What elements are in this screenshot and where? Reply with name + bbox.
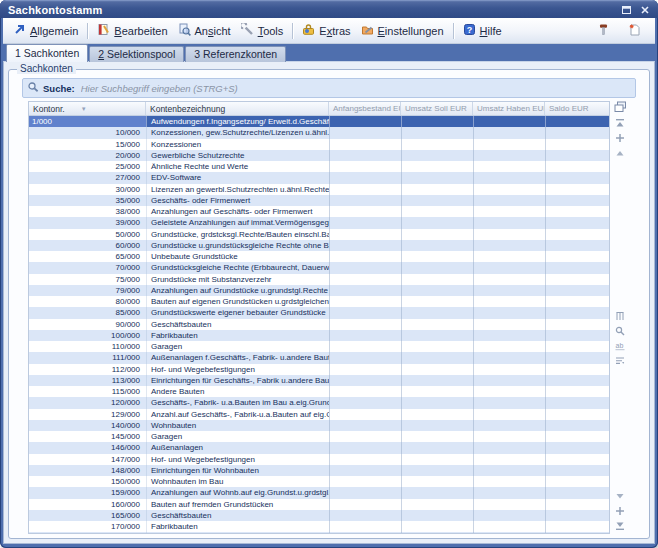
- table-row[interactable]: 170/000 Fabrikbauten: [29, 521, 609, 532]
- table-row[interactable]: 85/000 Grundstückswerte eigener bebauter…: [29, 307, 609, 318]
- table-row[interactable]: 110/000 Garagen: [29, 341, 609, 352]
- restore-button[interactable]: [619, 3, 634, 16]
- anfangsbestand-cell: [329, 510, 401, 521]
- row-insert-button[interactable]: [614, 131, 627, 144]
- umsatz-soll-cell: [401, 229, 473, 240]
- scroll-to-top-button[interactable]: [614, 116, 627, 129]
- table-row[interactable]: 60/000 Grundstücke u.grundstücksgleiche …: [29, 240, 609, 251]
- umsatz-soll-cell: [401, 161, 473, 172]
- table-row[interactable]: 65/000 Unbebaute Grundstücke: [29, 251, 609, 262]
- table-row[interactable]: 160/000 Bauten auf fremden Grundstücken: [29, 499, 609, 510]
- table-row[interactable]: 113/000 Einrichtungen für Geschäfts-, Fa…: [29, 375, 609, 386]
- table-row[interactable]: 27/000 EDV-Software: [29, 172, 609, 183]
- font-size-button[interactable]: ab: [614, 339, 627, 352]
- table-row[interactable]: 80/000 Bauten auf eigenen Grundstücken u…: [29, 296, 609, 307]
- table-row[interactable]: 20/000 Gewerbliche Schutzrechte: [29, 150, 609, 161]
- menu-label: Bearbeiten: [114, 25, 167, 37]
- hammer-toolbar-button[interactable]: [592, 21, 615, 40]
- table-row[interactable]: 120/000 Geschäfts-, Fabrik- u.a.Bauten i…: [29, 397, 609, 408]
- table-row[interactable]: 100/000 Fabrikbauten: [29, 330, 609, 341]
- table-row[interactable]: 148/000 Einrichtungen für Wohnbauten: [29, 465, 609, 476]
- table-row[interactable]: 146/000 Außenanlagen: [29, 442, 609, 453]
- anfangsbestand-cell: [329, 476, 401, 487]
- menu-item-extras[interactable]: Extras: [297, 21, 355, 40]
- anfangsbestand-cell: [329, 307, 401, 318]
- table-row[interactable]: 140/000 Wohnbauten: [29, 420, 609, 431]
- chevron-up-icon: [615, 144, 625, 162]
- column-header-saldo[interactable]: Saldo EUR: [545, 102, 609, 115]
- account-name-cell: EDV-Software: [146, 172, 329, 183]
- table-row[interactable]: 38/000 Anzahlungen auf Geschäfts- oder F…: [29, 206, 609, 217]
- column-header-kontenbezeichnung[interactable]: Kontenbezeichnung: [146, 102, 329, 115]
- saldo-cell: [545, 296, 609, 307]
- table-row[interactable]: 75/000 Grundstücke mit Substanzverzehr: [29, 274, 609, 285]
- table-row[interactable]: 175/000 Garagen: [29, 532, 609, 533]
- umsatz-haben-cell: [473, 127, 545, 138]
- account-number-cell: 38/000: [29, 206, 146, 217]
- table-row[interactable]: 39/000 Geleistete Anzahlungen auf immat.…: [29, 217, 609, 228]
- column-header-kontonr[interactable]: Kontonr. ▼: [29, 102, 146, 115]
- menu-item-tools[interactable]: Tools: [236, 21, 289, 40]
- table-row[interactable]: 159/000 Anzahlungen auf Wohnb.auf eig.Gr…: [29, 487, 609, 498]
- umsatz-soll-cell: [401, 262, 473, 273]
- table-row[interactable]: 112/000 Hof- und Wegebefestigungen: [29, 364, 609, 375]
- search-label: Suche:: [43, 83, 75, 94]
- umsatz-soll-cell: [401, 307, 473, 318]
- table-row[interactable]: 79/000 Anzahlungen auf Grundstücke u.gru…: [29, 285, 609, 296]
- account-name-cell: Fabrikbauten: [146, 521, 329, 532]
- table-row[interactable]: 165/000 Geschäftsbauten: [29, 510, 609, 521]
- column-header-umsatz-haben[interactable]: Umsatz Haben EUR: [473, 102, 545, 115]
- anfangsbestand-cell: [329, 127, 401, 138]
- account-number-cell: 112/000: [29, 364, 146, 375]
- column-header-anfangsbestand[interactable]: Anfangsbestand EUR: [329, 102, 401, 115]
- account-number-cell: 113/000: [29, 375, 146, 386]
- table-row[interactable]: 15/000 Konzessionen: [29, 139, 609, 150]
- table-row[interactable]: 147/000 Hof- und Wegebefestigungen: [29, 454, 609, 465]
- tab-sachkonten[interactable]: 1 Sachkonten: [6, 44, 88, 62]
- table-row[interactable]: 129/000 Anzahl.auf Geschäfts-, Fabrik-u.…: [29, 409, 609, 420]
- umsatz-haben-cell: [473, 499, 545, 510]
- menu-item-allgemein[interactable]: Allgemein: [8, 21, 83, 40]
- sort-button[interactable]: [614, 354, 627, 367]
- umsatz-soll-cell: [401, 139, 473, 150]
- account-name-cell: Bauten auf fremden Grundstücken: [146, 499, 329, 510]
- table-row[interactable]: 115/000 Andere Bauten: [29, 386, 609, 397]
- tab-referenzkonten[interactable]: 3 Referenzkonten: [185, 46, 286, 62]
- zoom-button[interactable]: [614, 324, 627, 337]
- close-button[interactable]: [637, 3, 652, 16]
- table-row[interactable]: 30/000 Lizenzen an gewerbl.Schutzrechten…: [29, 184, 609, 195]
- select-all-button[interactable]: [614, 101, 627, 114]
- table-row[interactable]: 1/000 Aufwendungen f.Ingangsetzung/ Erwe…: [29, 116, 609, 127]
- account-name-cell: Geschäftsbauten: [146, 510, 329, 521]
- table-row[interactable]: 25/000 Ähnliche Rechte und Werte: [29, 161, 609, 172]
- menu-item-einstellungen[interactable]: Einstellungen: [356, 21, 449, 40]
- saldo-cell: [545, 532, 609, 533]
- umsatz-soll-cell: [401, 330, 473, 341]
- scroll-to-bottom-button[interactable]: [614, 519, 627, 532]
- table-row[interactable]: 35/000 Geschäfts- oder Firmenwert: [29, 195, 609, 206]
- menu-item-bearbeiten[interactable]: Bearbeiten: [92, 21, 172, 40]
- search-bar[interactable]: Suche:: [22, 78, 636, 98]
- table-row[interactable]: 90/000 Geschäftsbauten: [29, 319, 609, 330]
- table-row[interactable]: 50/000 Grundstücke, grdstcksgl.Rechte/Ba…: [29, 229, 609, 240]
- table-row[interactable]: 145/000 Garagen: [29, 431, 609, 442]
- menu-item-hilfe[interactable]: ? Hilfe: [458, 21, 507, 40]
- tab-selektionspool[interactable]: 2 Selektionspool: [89, 46, 184, 62]
- account-number-cell: 159/000: [29, 487, 146, 498]
- table-row[interactable]: 70/000 Grundstücksgleiche Rechte (Erbbau…: [29, 262, 609, 273]
- table-row[interactable]: 150/000 Wohnbauten im Bau: [29, 476, 609, 487]
- row-append-button[interactable]: [614, 504, 627, 517]
- search-input[interactable]: [79, 81, 631, 95]
- column-header-umsatz-soll[interactable]: Umsatz Soll EUR: [401, 102, 473, 115]
- new-document-toolbar-button[interactable]: [623, 21, 646, 40]
- scroll-down-button[interactable]: [614, 489, 627, 502]
- column-width-button[interactable]: [614, 309, 627, 322]
- table-row[interactable]: 111/000 Außenanlagen f.Geschäfts-, Fabri…: [29, 352, 609, 363]
- menu-item-ansicht[interactable]: Ansicht: [173, 21, 236, 40]
- table-row[interactable]: 10/000 Konzessionen, gew.Schutzrechte/Li…: [29, 127, 609, 138]
- anfangsbestand-cell: [329, 161, 401, 172]
- account-number-cell: 100/000: [29, 330, 146, 341]
- account-number-cell: 70/000: [29, 262, 146, 273]
- scroll-up-button[interactable]: [614, 146, 627, 159]
- account-number-cell: 1/000: [29, 116, 146, 127]
